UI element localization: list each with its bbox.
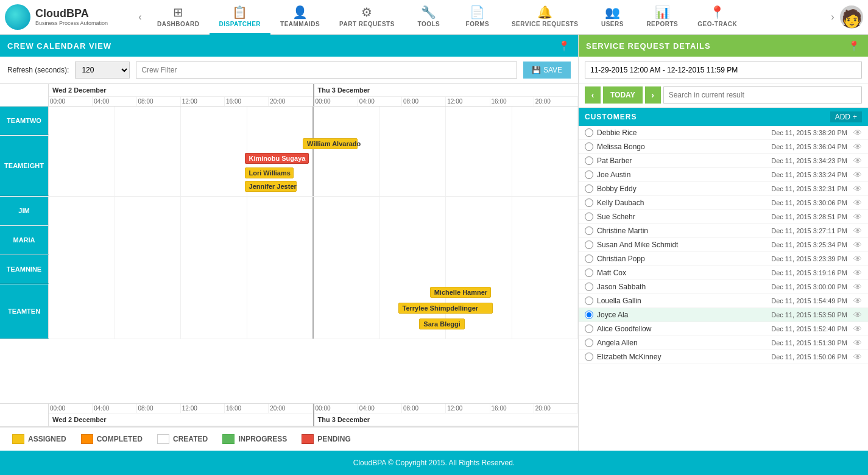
list-item[interactable]: Christine Martin Dec 11, 2015 3:27:11 PM… bbox=[579, 224, 868, 238]
search-result-input[interactable] bbox=[663, 86, 862, 104]
crew-filter-input[interactable] bbox=[136, 62, 517, 79]
date-range-input[interactable] bbox=[585, 62, 862, 79]
time-1-6: 20:00 bbox=[269, 97, 312, 106]
eye-icon[interactable]: 👁 bbox=[853, 240, 862, 250]
list-item[interactable]: Kelly Daubach Dec 11, 2015 3:30:06 PM 👁 bbox=[579, 196, 868, 210]
list-item[interactable]: Louella Gallin Dec 11, 2015 1:54:49 PM 👁 bbox=[579, 294, 868, 308]
legend-assigned: ASSIGNED bbox=[12, 434, 66, 444]
customer-radio-15[interactable] bbox=[585, 339, 593, 347]
customer-name: Kelly Daubach bbox=[597, 199, 767, 207]
refresh-select[interactable]: 120 30 60 300 bbox=[75, 62, 130, 79]
customers-title: CUSTOMERS bbox=[585, 113, 637, 121]
eye-icon[interactable]: 👁 bbox=[853, 226, 862, 236]
eye-icon[interactable]: 👁 bbox=[853, 156, 862, 166]
nav-item-users[interactable]: 👥 USERS bbox=[588, 0, 637, 35]
eye-icon[interactable]: 👁 bbox=[853, 170, 862, 180]
main-layout: CREW CALENDAR VIEW 📍 Refresh (seconds): … bbox=[0, 35, 868, 451]
nav-item-tools[interactable]: 🔧 TOOLS bbox=[404, 0, 453, 35]
date-range-bar bbox=[579, 57, 868, 84]
customer-radio-3[interactable] bbox=[585, 171, 593, 179]
event-william-alvarado[interactable]: William Alvarado bbox=[303, 138, 358, 149]
list-item[interactable]: Elizabeth McKinney Dec 11, 2015 1:50:06 … bbox=[579, 350, 868, 364]
event-kiminobu-sugaya[interactable]: Kiminobu Sugaya bbox=[245, 153, 309, 164]
customer-radio-14[interactable] bbox=[585, 325, 593, 333]
customer-radio-11[interactable] bbox=[585, 283, 593, 291]
nav-item-dashboard[interactable]: ⊞ DASHBOARD bbox=[147, 0, 210, 35]
eye-icon[interactable]: 👁 bbox=[853, 198, 862, 208]
eye-icon[interactable]: 👁 bbox=[853, 310, 862, 320]
eye-icon[interactable]: 👁 bbox=[853, 352, 862, 362]
dashboard-icon: ⊞ bbox=[173, 5, 183, 19]
nav-item-forms[interactable]: 📄 FORMS bbox=[453, 0, 502, 35]
customer-radio-0[interactable] bbox=[585, 128, 593, 137]
eye-icon[interactable]: 👁 bbox=[853, 142, 862, 152]
customer-radio-5[interactable] bbox=[585, 199, 593, 207]
eye-icon[interactable]: 👁 bbox=[853, 282, 862, 292]
legend-box-created bbox=[157, 434, 169, 444]
list-item[interactable]: Jason Sabbath Dec 11, 2015 3:00:00 PM 👁 bbox=[579, 280, 868, 294]
eye-icon[interactable]: 👁 bbox=[853, 128, 862, 138]
customer-radio-4[interactable] bbox=[585, 185, 593, 193]
customer-radio-10[interactable] bbox=[585, 269, 593, 277]
user-figure-icon: 🧑 bbox=[841, 9, 863, 29]
eye-icon[interactable]: 👁 bbox=[853, 324, 862, 334]
list-item[interactable]: Melissa Bongo Dec 11, 2015 3:36:04 PM 👁 bbox=[579, 140, 868, 154]
day-1-times: 00:00 04:00 08:00 12:00 16:00 20:00 bbox=[49, 97, 313, 106]
customer-radio-6[interactable] bbox=[585, 213, 593, 221]
list-item[interactable]: Pat Barber Dec 11, 2015 3:34:23 PM 👁 bbox=[579, 154, 868, 168]
list-item[interactable]: Joyce Ala Dec 11, 2015 1:53:50 PM 👁 bbox=[579, 308, 868, 322]
team-label-teamnine: TEAMNINE bbox=[0, 255, 49, 284]
nav-item-service-requests[interactable]: 🔔 SERVICE REQUESTS bbox=[502, 0, 588, 35]
event-michelle-hamner[interactable]: Michelle Hamner bbox=[430, 287, 491, 298]
list-item[interactable]: Christian Popp Dec 11, 2015 3:23:39 PM 👁 bbox=[579, 252, 868, 266]
prev-nav-button[interactable]: ‹ bbox=[585, 86, 601, 104]
list-item[interactable]: Matt Cox Dec 11, 2015 3:19:16 PM 👁 bbox=[579, 266, 868, 280]
nav-item-reports[interactable]: 📊 REPORTS bbox=[637, 0, 688, 35]
customer-radio-1[interactable] bbox=[585, 142, 593, 151]
customer-radio-16[interactable] bbox=[585, 353, 593, 361]
add-customer-button[interactable]: ADD + bbox=[830, 111, 862, 122]
top-navigation: CloudBPA Business Process Automation ‹ ⊞… bbox=[0, 0, 868, 35]
nav-label-forms: FORMS bbox=[466, 21, 490, 27]
today-button[interactable]: TODAY bbox=[603, 86, 643, 104]
customer-radio-2[interactable] bbox=[585, 157, 593, 165]
list-item[interactable]: Bobby Eddy Dec 11, 2015 3:32:31 PM 👁 bbox=[579, 182, 868, 196]
nav-prev-arrow[interactable]: ‹ bbox=[133, 0, 147, 35]
list-item[interactable]: Alice Goodfellow Dec 11, 2015 1:52:40 PM… bbox=[579, 322, 868, 336]
event-terrylee-shimpdellinger[interactable]: Terrylee Shimpdellinger bbox=[398, 303, 493, 314]
eye-icon[interactable]: 👁 bbox=[853, 212, 862, 222]
list-item[interactable]: Angela Allen Dec 11, 2015 1:51:30 PM 👁 bbox=[579, 336, 868, 350]
customer-radio-9[interactable] bbox=[585, 255, 593, 263]
event-jennifer-jester[interactable]: Jennifer Jester bbox=[245, 181, 297, 192]
event-sara-bleggi[interactable]: Sara Bleggi bbox=[419, 318, 465, 329]
add-icon: + bbox=[853, 113, 857, 121]
eye-icon[interactable]: 👁 bbox=[853, 184, 862, 194]
list-item[interactable]: Joe Austin Dec 11, 2015 3:33:24 PM 👁 bbox=[579, 168, 868, 182]
nav-item-geo-track[interactable]: 📍 GEO-TRACK bbox=[688, 0, 747, 35]
customer-radio-8[interactable] bbox=[585, 241, 593, 249]
brand-sub: Business Process Automation bbox=[35, 20, 108, 27]
customer-radio-13[interactable] bbox=[585, 311, 593, 319]
nav-item-dispatcher[interactable]: 📋 DISPATCHER bbox=[210, 0, 271, 35]
list-item[interactable]: Sue Schehr Dec 11, 2015 3:28:51 PM 👁 bbox=[579, 210, 868, 224]
event-lori-williams[interactable]: Lori Williams bbox=[245, 167, 294, 178]
nav-item-teammaids[interactable]: 👤 TEAMMAIDS bbox=[270, 0, 330, 35]
eye-icon[interactable]: 👁 bbox=[853, 268, 862, 278]
eye-icon[interactable]: 👁 bbox=[853, 338, 862, 348]
foot-time-2-1: 00:00 bbox=[314, 404, 358, 413]
day-col-2: Thu 3 December 00:00 04:00 08:00 12:00 1… bbox=[314, 84, 579, 106]
customer-radio-12[interactable] bbox=[585, 297, 593, 305]
save-button[interactable]: 💾 SAVE bbox=[523, 62, 571, 79]
nav-next-arrow[interactable]: › bbox=[825, 0, 840, 35]
team-content-maria bbox=[49, 226, 578, 255]
crew-calendar-header: CREW CALENDAR VIEW 📍 bbox=[0, 35, 578, 57]
next-nav-button[interactable]: › bbox=[645, 86, 661, 104]
list-item[interactable]: Susan And Mike Schmidt Dec 11, 2015 3:25… bbox=[579, 238, 868, 252]
time-2-6: 20:00 bbox=[534, 97, 578, 106]
list-item[interactable]: Debbie Rice Dec 11, 2015 3:38:20 PM 👁 bbox=[579, 126, 868, 140]
customer-radio-7[interactable] bbox=[585, 227, 593, 235]
eye-icon[interactable]: 👁 bbox=[853, 296, 862, 306]
eye-icon[interactable]: 👁 bbox=[853, 254, 862, 264]
legend-inprogress: INPROGRESS bbox=[222, 434, 287, 444]
nav-item-part-requests[interactable]: ⚙ PART REQUESTS bbox=[330, 0, 404, 35]
